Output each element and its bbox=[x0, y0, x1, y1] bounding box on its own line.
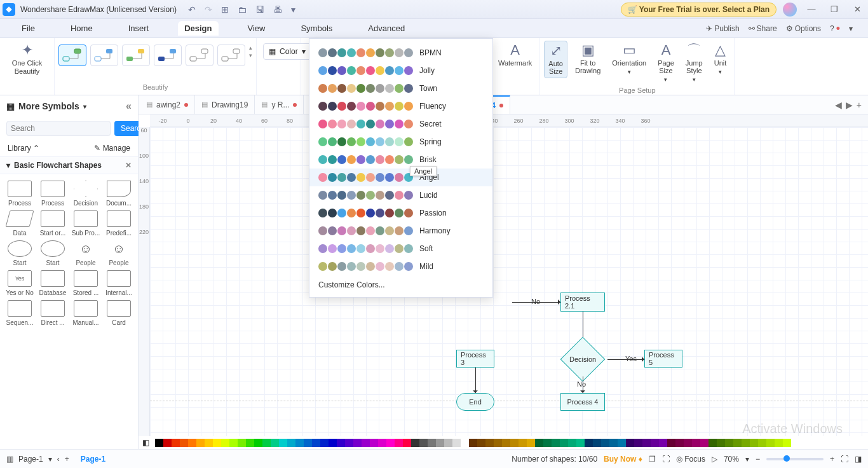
theme-row-angel[interactable]: AngelAngel bbox=[309, 169, 492, 186]
menu-advanced[interactable]: Advanced bbox=[362, 21, 411, 36]
zoom-out[interactable]: − bbox=[756, 455, 760, 464]
save-icon[interactable]: 🖫 bbox=[255, 4, 264, 15]
shape-stored-[interactable]: Stored ... bbox=[70, 269, 102, 298]
color-swatch[interactable] bbox=[246, 439, 254, 447]
color-swatch[interactable] bbox=[527, 439, 535, 447]
minimize-button[interactable]: — bbox=[803, 4, 820, 14]
zoom-in[interactable]: + bbox=[830, 455, 834, 464]
tab-nav[interactable]: ▶ bbox=[846, 100, 853, 110]
color-swatch[interactable] bbox=[403, 439, 411, 447]
color-swatch[interactable] bbox=[271, 439, 279, 447]
menu-file[interactable]: File bbox=[15, 21, 41, 36]
color-swatch[interactable] bbox=[229, 439, 238, 447]
theme-preset-5[interactable] bbox=[186, 45, 214, 66]
menu-symbols[interactable]: Symbols bbox=[294, 21, 339, 36]
page-tab[interactable]: Page-1 bbox=[76, 455, 111, 464]
color-swatch[interactable] bbox=[519, 439, 527, 447]
prev-page-icon[interactable]: ‹ bbox=[57, 455, 60, 464]
tab-nav[interactable]: ◀ bbox=[835, 100, 842, 110]
page-size[interactable]: APage Size▾ bbox=[654, 41, 678, 85]
tab-awing2[interactable]: ▤awing2 bbox=[140, 95, 195, 114]
auto-size[interactable]: ⤢Auto Size bbox=[544, 41, 567, 78]
theme-row-secret[interactable]: Secret bbox=[309, 115, 492, 133]
shape-docum-[interactable]: Docum... bbox=[103, 179, 135, 208]
color-swatch[interactable] bbox=[543, 439, 552, 447]
theme-scroll-down[interactable]: ▾ bbox=[249, 52, 252, 59]
canvas[interactable]: No Process 2.1 Process 3 Decision Yes Pr… bbox=[150, 127, 868, 436]
color-swatch[interactable] bbox=[411, 439, 419, 447]
shape-yes-or-no[interactable]: YesYes or No bbox=[4, 269, 36, 298]
color-swatch[interactable] bbox=[485, 439, 494, 447]
tab-y-r-[interactable]: ▤y R... bbox=[255, 95, 304, 114]
color-swatch[interactable] bbox=[560, 439, 568, 447]
trial-banner[interactable]: 🛒 Your Free Trial is over. Select a Plan bbox=[621, 3, 776, 17]
color-swatch[interactable] bbox=[188, 439, 196, 447]
menu-design[interactable]: Design bbox=[178, 21, 218, 36]
color-swatch[interactable] bbox=[320, 439, 329, 447]
theme-row-harmony[interactable]: Harmony bbox=[309, 222, 492, 240]
color-swatch[interactable] bbox=[337, 439, 345, 447]
node-process-3[interactable]: Process 3 bbox=[456, 350, 494, 368]
customize-colors[interactable]: Customize Colors... bbox=[309, 275, 492, 292]
print-icon[interactable]: 🖶 bbox=[273, 4, 282, 15]
color-swatch[interactable] bbox=[725, 439, 733, 447]
panel-icon[interactable]: ◨ bbox=[855, 455, 862, 464]
menu-view[interactable]: View bbox=[241, 21, 272, 36]
color-swatch[interactable] bbox=[601, 439, 609, 447]
node-process-4[interactable]: Process 4 bbox=[560, 393, 605, 411]
color-swatch[interactable] bbox=[279, 439, 287, 447]
shape-predefi-[interactable]: Predefi... bbox=[103, 209, 135, 238]
one-click-beautify[interactable]: ✦ One Click Beautify bbox=[8, 41, 46, 78]
color-swatch[interactable] bbox=[717, 439, 725, 447]
tab-nav[interactable]: + bbox=[857, 100, 862, 110]
shape-internal-[interactable]: Internal... bbox=[103, 269, 135, 298]
color-swatch[interactable] bbox=[304, 439, 312, 447]
options-button[interactable]: ⚙ Options bbox=[786, 24, 821, 33]
shape-card[interactable]: Card bbox=[103, 299, 135, 327]
color-swatch[interactable] bbox=[593, 439, 601, 447]
library-link[interactable]: Library ⌃ bbox=[8, 144, 39, 153]
shape-process[interactable]: Process bbox=[4, 179, 36, 208]
shape-data[interactable]: Data bbox=[4, 209, 36, 238]
color-swatch[interactable] bbox=[295, 439, 304, 447]
color-swatch[interactable] bbox=[502, 439, 510, 447]
theme-row-jolly[interactable]: Jolly bbox=[309, 62, 492, 79]
shape-start-or-[interactable]: Start or... bbox=[37, 209, 69, 238]
color-swatch[interactable] bbox=[626, 439, 634, 447]
jump-style[interactable]: ⌒Jump Style▾ bbox=[682, 41, 707, 85]
color-swatch[interactable] bbox=[642, 439, 651, 447]
color-swatch[interactable] bbox=[254, 439, 262, 447]
redo-icon[interactable]: ↷ bbox=[205, 4, 212, 15]
color-swatch[interactable] bbox=[700, 439, 709, 447]
theme-preset-4[interactable] bbox=[154, 45, 182, 66]
open-icon[interactable]: 🗀 bbox=[238, 4, 247, 15]
color-swatch[interactable] bbox=[262, 439, 271, 447]
color-swatch[interactable] bbox=[585, 439, 593, 447]
shape-sub-pro-[interactable]: Sub Pro... bbox=[70, 209, 102, 238]
color-swatch[interactable] bbox=[758, 439, 766, 447]
page-selector[interactable]: Page-1 bbox=[18, 455, 43, 464]
color-swatch[interactable] bbox=[494, 439, 502, 447]
color-swatch[interactable] bbox=[395, 439, 403, 447]
color-swatch[interactable] bbox=[213, 439, 221, 447]
theme-preset-3[interactable] bbox=[122, 45, 150, 66]
theme-scroll-up[interactable]: ▴ bbox=[249, 45, 252, 51]
theme-row-brisk[interactable]: Brisk bbox=[309, 151, 492, 169]
color-swatch[interactable] bbox=[576, 439, 585, 447]
color-swatch[interactable] bbox=[452, 439, 461, 447]
watermark[interactable]: AWatermark bbox=[494, 41, 536, 69]
shape-people[interactable]: ☺People bbox=[103, 239, 135, 268]
node-process-5[interactable]: Process 5 bbox=[644, 350, 682, 368]
color-swatch[interactable] bbox=[172, 439, 180, 447]
color-swatch[interactable] bbox=[444, 439, 452, 447]
color-swatch[interactable] bbox=[568, 439, 576, 447]
color-swatch[interactable] bbox=[783, 439, 791, 447]
color-swatch[interactable] bbox=[766, 439, 775, 447]
menu-insert[interactable]: Insert bbox=[122, 21, 156, 36]
help-icon[interactable]: ?• bbox=[830, 24, 840, 33]
color-swatch[interactable] bbox=[618, 439, 626, 447]
color-swatch[interactable] bbox=[709, 439, 717, 447]
maximize-button[interactable]: ❐ bbox=[826, 4, 843, 14]
color-swatch[interactable] bbox=[287, 439, 295, 447]
shape-people[interactable]: ☺People bbox=[70, 239, 102, 268]
